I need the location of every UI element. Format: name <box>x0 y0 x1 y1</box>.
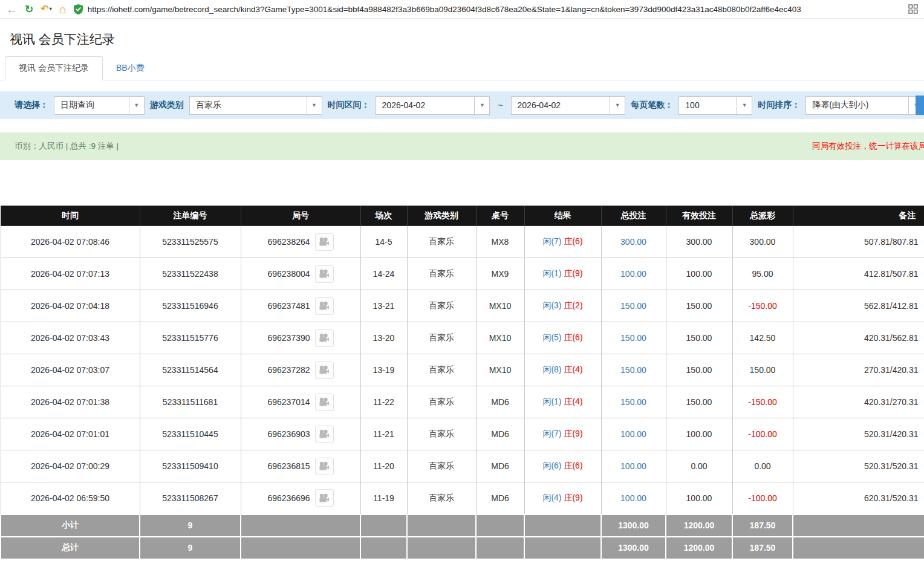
video-replay-button[interactable] <box>315 489 334 507</box>
footer-cell: 总计 <box>1 537 140 559</box>
cell-note: 420.31/562.81 <box>793 322 924 354</box>
tab-bet-records[interactable]: 视讯 会员下注纪录 <box>5 56 103 80</box>
film-camera-icon <box>319 493 330 503</box>
chevron-down-icon[interactable]: ▼ <box>610 97 625 114</box>
cell-table-no: MD6 <box>476 386 524 418</box>
cell-session: 11-20 <box>360 450 407 482</box>
table-row: 2026-04-02 07:08:46523311525575696238264… <box>1 226 924 258</box>
video-replay-button[interactable] <box>315 426 334 443</box>
cell-round: 696238004 <box>241 258 360 290</box>
video-replay-button[interactable] <box>315 458 334 475</box>
banker-result: 庄(9) <box>564 268 582 278</box>
cell-session: 13-19 <box>360 354 407 386</box>
table-row: 2026-04-02 07:01:01523311510445696236903… <box>1 418 924 450</box>
address-bar[interactable]: https://iohetf.com/game/betrecord_search… <box>74 4 901 15</box>
round-number: 696236903 <box>267 429 310 439</box>
cell-game-type: 百家乐 <box>407 354 476 386</box>
cell-round: 696236903 <box>241 418 360 450</box>
table-row: 2026-04-02 07:03:07523311514564696237282… <box>1 354 924 386</box>
film-camera-icon <box>319 397 330 407</box>
footer-cell <box>407 514 476 537</box>
game-type-select[interactable]: 百家乐 ▼ <box>189 96 322 115</box>
filter-bar: 请选择： 日期查询 ▼ 游戏类别 百家乐 ▼ 时间区间： 2026-04-02 … <box>0 91 924 119</box>
cell-table-no: MX10 <box>476 322 524 354</box>
chevron-down-icon[interactable]: ▼ <box>307 97 322 114</box>
chevron-down-icon[interactable]: ▼ <box>737 97 752 114</box>
refresh-button[interactable]: ↻ <box>25 4 33 15</box>
round-number: 696237390 <box>267 333 310 343</box>
subtotal-row: 小计91300.001200.00187.50 <box>1 514 924 537</box>
chevron-down-icon[interactable]: ▼ <box>474 97 489 114</box>
cell-total-bet[interactable]: 150.00 <box>601 290 666 322</box>
page-size-select[interactable]: 100 ▼ <box>678 96 752 115</box>
date-to-select[interactable]: 2026-04-02 ▼ <box>511 96 626 115</box>
cell-total-bet[interactable]: 100.00 <box>601 450 666 482</box>
footer-cell <box>241 514 360 537</box>
video-replay-button[interactable] <box>315 265 334 283</box>
cell-game-type: 百家乐 <box>407 386 476 418</box>
cell-total-bet[interactable]: 150.00 <box>601 354 666 386</box>
cell-round: 696237282 <box>241 354 360 386</box>
cell-payout: 0.00 <box>732 450 793 482</box>
back-button[interactable]: ← <box>6 4 18 15</box>
apps-grid-icon[interactable] <box>908 4 918 14</box>
cell-valid-bet: 300.00 <box>666 226 732 258</box>
filter-label-page-size: 每页笔数： <box>631 100 673 111</box>
footer-cell: 1300.00 <box>601 537 666 559</box>
video-replay-button[interactable] <box>315 329 334 347</box>
page-title: 视讯 会员下注纪录 <box>10 31 924 48</box>
cell-bet-id: 523311509410 <box>140 450 241 482</box>
footer-cell <box>407 537 476 559</box>
cell-total-bet[interactable]: 300.00 <box>601 226 666 258</box>
cell-total-bet[interactable]: 100.00 <box>601 418 666 450</box>
tab-bb-tips[interactable]: BB小费 <box>103 57 158 80</box>
cell-table-no: MX10 <box>476 290 524 322</box>
footer-cell: 9 <box>140 537 241 559</box>
cell-session: 11-22 <box>360 386 407 418</box>
tilde-separator: ~ <box>495 100 505 110</box>
cell-table-no: MD6 <box>476 482 524 514</box>
cell-note: 412.81/507.81 <box>793 258 924 290</box>
film-camera-icon <box>319 333 330 343</box>
chevron-down-icon: ▾ <box>50 7 52 11</box>
banker-result: 庄(9) <box>564 493 582 502</box>
video-replay-button[interactable] <box>315 394 334 411</box>
cell-round: 696237481 <box>241 290 360 322</box>
cell-table-no: MX8 <box>476 226 524 258</box>
player-result: 闲(5) <box>542 332 561 342</box>
table-row: 2026-04-02 07:03:43523311515776696237390… <box>1 322 924 354</box>
video-replay-button[interactable] <box>315 233 334 251</box>
summary-currency-count: 币别：人民币 | 总共 :9 注单 | <box>15 141 119 152</box>
date-from-value: 2026-04-02 <box>376 97 475 114</box>
column-header: 桌号 <box>476 206 524 226</box>
round-number: 696236696 <box>267 493 310 503</box>
home-button[interactable]: ⌂ <box>59 3 67 15</box>
cell-bet-id: 523311522438 <box>140 258 241 290</box>
video-replay-button[interactable] <box>315 297 334 315</box>
cell-total-bet[interactable]: 100.00 <box>601 258 666 290</box>
cell-total-bet[interactable]: 100.00 <box>601 482 666 514</box>
chevron-down-icon[interactable]: ▼ <box>129 97 144 114</box>
player-result: 闲(6) <box>542 461 561 470</box>
cell-result: 闲(5) 庄(6) <box>524 322 601 354</box>
video-replay-button[interactable] <box>315 362 334 379</box>
cell-payout: -150.00 <box>732 386 793 418</box>
film-camera-icon <box>319 461 330 471</box>
search-button[interactable] <box>916 96 924 115</box>
cell-time: 2026-04-02 07:08:46 <box>1 226 140 258</box>
cell-total-bet[interactable]: 150.00 <box>601 322 666 354</box>
tab-bar: 视讯 会员下注纪录 BB小费 <box>0 56 924 80</box>
cell-valid-bet: 100.00 <box>666 418 732 450</box>
cell-result: 闲(1) 庄(9) <box>524 258 601 290</box>
cell-total-bet[interactable]: 150.00 <box>601 386 666 418</box>
cell-time: 2026-04-02 07:00:29 <box>1 450 140 482</box>
cell-note: 520.31/520.31 <box>793 450 924 482</box>
footer-cell <box>360 537 407 559</box>
history-dropdown-button[interactable]: ↶▾ <box>41 4 51 14</box>
date-from-select[interactable]: 2026-04-02 ▼ <box>376 96 490 115</box>
sort-order-select[interactable]: 降幂(由大到小) ▼ <box>805 96 924 115</box>
footer-cell <box>360 514 407 537</box>
cell-round: 696236696 <box>241 482 360 514</box>
date-mode-select[interactable]: 日期查询 ▼ <box>54 96 145 115</box>
cell-session: 11-21 <box>360 418 407 450</box>
